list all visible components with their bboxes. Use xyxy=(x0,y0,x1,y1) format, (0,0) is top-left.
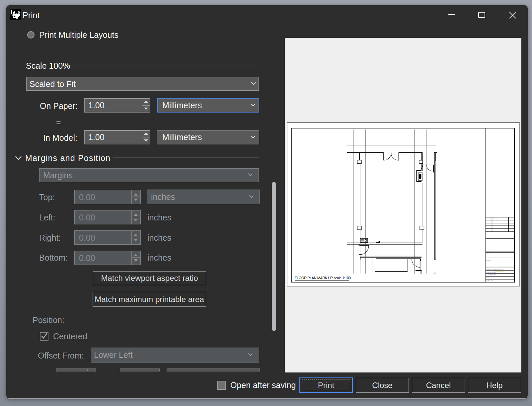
svg-text:client: client xyxy=(487,253,490,255)
svg-text:drawing number: drawing number xyxy=(487,271,497,273)
svg-text:FLOOR PLAN MARK UP scale 1:100: FLOOR PLAN MARK UP scale 1:100 xyxy=(295,276,351,280)
svg-text:project: project xyxy=(487,259,491,261)
svg-text:drawing description south st: drawing description south st xyxy=(487,268,504,270)
svg-text:description: description xyxy=(493,218,500,220)
svg-text:rev date: rev date xyxy=(487,218,492,220)
svg-text:scale 1:100 A4: scale 1:100 A4 xyxy=(487,274,496,276)
svg-text:8: 8 xyxy=(18,10,21,15)
svg-text:author cad: author cad xyxy=(487,280,493,282)
svg-text:date: date xyxy=(487,277,490,279)
svg-text:initials: initials xyxy=(509,218,513,220)
